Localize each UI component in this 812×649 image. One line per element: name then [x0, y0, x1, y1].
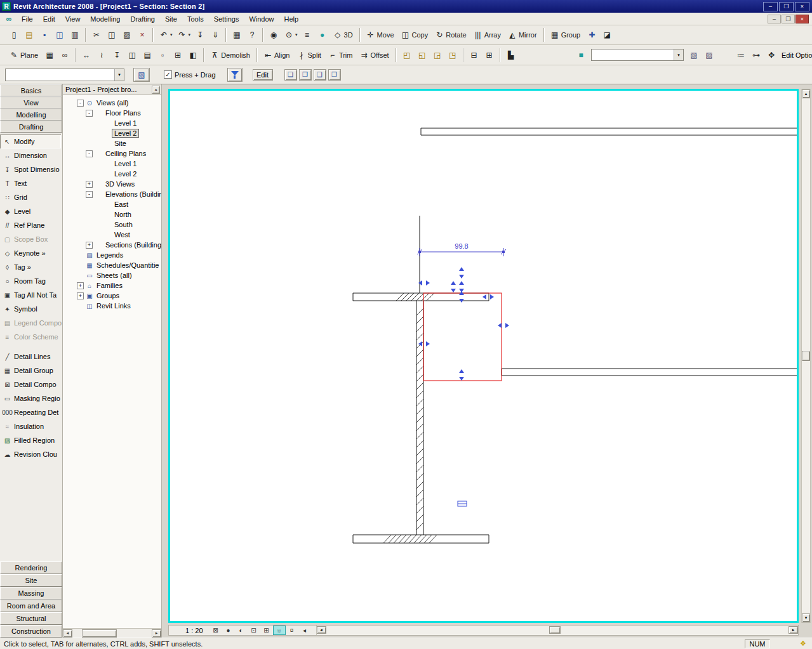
tree-expander[interactable]: - — [86, 150, 93, 157]
tree-expander[interactable]: - — [86, 110, 93, 117]
tree-families[interactable]: + ⌂ Families — [63, 280, 161, 291]
section-drawing[interactable]: 99.8 — [170, 91, 797, 621]
tree-views-all[interactable]: - ⊙ Views (all) — [63, 98, 161, 108]
tool-tag-all[interactable]: ▣ Tag All Not Ta — [0, 288, 62, 302]
tab-basics[interactable]: Basics — [0, 84, 62, 96]
tree-expander[interactable]: + — [77, 292, 84, 299]
duplicate-button[interactable]: ◫ — [125, 48, 139, 63]
spot-elevation-button[interactable]: ↧ — [110, 48, 124, 63]
tool-text[interactable]: T Text — [0, 176, 62, 190]
scrollbar-thumb[interactable] — [549, 626, 561, 634]
tree-expander[interactable]: + — [77, 282, 84, 289]
tool-grid[interactable]: ∷ Grid — [0, 190, 62, 204]
tab-rendering[interactable]: Rendering — [0, 561, 62, 574]
tree-ceiling-plans[interactable]: - Ceiling Plans — [63, 148, 161, 159]
design-options-toggle-button[interactable]: ■ — [574, 48, 588, 63]
window-cascade-button[interactable]: ◰ — [400, 48, 414, 63]
options-link-button[interactable]: ⊶ — [749, 48, 763, 63]
array-button[interactable]: ||| Array — [471, 27, 504, 43]
tree-revit-links[interactable]: ◫ Revit Links — [63, 301, 161, 311]
tool-tag[interactable]: ◊ Tag » — [0, 260, 62, 274]
type-selector-combo[interactable]: ▾ — [5, 69, 124, 81]
tool-detail-component[interactable]: ⊠ Detail Compo — [0, 377, 62, 391]
shaded-view-button[interactable]: ● — [316, 27, 329, 43]
tool-spot-dimension[interactable]: ↧ Spot Dimensio — [0, 162, 62, 176]
thin-lines-button[interactable]: ≡ — [300, 27, 314, 43]
chevron-down-icon[interactable]: ▾ — [114, 69, 124, 81]
properties-toggle-button[interactable]: ⊞ — [483, 48, 496, 63]
offset-button[interactable]: ⇉ Offset — [357, 48, 392, 63]
tree-ceiling-level-2[interactable]: Level 2 — [63, 169, 161, 179]
tab-construction[interactable]: Construction — [0, 625, 62, 638]
tree-3d-views[interactable]: + 3D Views — [63, 179, 161, 189]
options-tree-button[interactable]: ≔ — [734, 48, 748, 63]
redo-button[interactable]: ↷ ▾ — [175, 27, 192, 43]
tree-sheets[interactable]: ▭ Sheets (all) — [63, 270, 161, 280]
tab-modelling[interactable]: Modelling — [0, 108, 62, 121]
tree-east[interactable]: East — [63, 199, 161, 209]
scrollbar-thumb[interactable] — [82, 629, 117, 638]
canvas-horizontal-scrollbar[interactable]: ◂ ▸ — [316, 626, 798, 635]
menu-drafting[interactable]: Drafting — [125, 13, 160, 25]
menu-settings[interactable]: Settings — [209, 13, 244, 25]
stats-button[interactable]: ▙ — [504, 48, 518, 63]
menu-help[interactable]: Help — [279, 13, 304, 25]
filter-button[interactable] — [227, 68, 243, 82]
undo-button[interactable]: ↶ ▾ — [157, 27, 174, 43]
import-button[interactable]: ↧ — [193, 27, 207, 43]
tree-south[interactable]: South — [63, 220, 161, 230]
tool-detail-group[interactable]: ▦ Detail Group — [0, 364, 62, 377]
tab-structural[interactable]: Structural — [0, 612, 62, 625]
tool-dimension[interactable]: ↔ Dimension — [0, 148, 62, 162]
tool-symbol[interactable]: ✦ Symbol — [0, 302, 62, 316]
region-button[interactable]: ▫ — [156, 48, 170, 63]
edit-options-button[interactable]: Edit Options — [782, 51, 812, 59]
press-drag-checkbox[interactable]: ✓ — [164, 70, 172, 79]
toggle-pick-1[interactable]: ❏ — [284, 69, 297, 81]
mdi-minimize-button[interactable]: – — [768, 15, 781, 23]
tree-elevations[interactable]: - Elevations (Building — [63, 189, 161, 199]
tree-site[interactable]: Site — [63, 138, 161, 148]
window-arrange-button[interactable]: ◲ — [430, 48, 444, 63]
tool-modify[interactable]: ↖ Modify — [0, 134, 61, 148]
tree-ceiling-level-1[interactable]: Level 1 — [63, 159, 161, 169]
window-tile-button[interactable]: ◱ — [415, 48, 429, 63]
tool-color-scheme[interactable]: ≡ Color Scheme — [0, 330, 62, 344]
browser-toggle-button[interactable]: ⊟ — [467, 48, 481, 63]
link-button[interactable]: ◪ — [600, 27, 614, 43]
tab-room-and-area[interactable]: Room and Area — [0, 600, 62, 612]
drawing-canvas[interactable]: 99.8 — [168, 89, 799, 623]
tree-floor-level-2[interactable]: Level 2 — [63, 128, 161, 138]
menu-window[interactable]: Window — [244, 13, 279, 25]
delete-button[interactable]: × — [135, 27, 149, 43]
demolish-button[interactable]: ⊼ Demolish — [208, 48, 253, 63]
tool-room-tag[interactable]: ○ Room Tag — [0, 274, 62, 288]
rotate-button[interactable]: ↻ Rotate — [432, 27, 469, 43]
tab-view[interactable]: View — [0, 96, 62, 108]
context-help-button[interactable]: ? — [245, 27, 259, 43]
tree-expander[interactable]: - — [77, 100, 84, 107]
visibility-button[interactable]: ∞ — [58, 48, 72, 63]
crop-region-button[interactable]: ⊡ — [248, 626, 260, 635]
pin-button[interactable]: ✚ — [585, 27, 599, 43]
mirror-button[interactable]: ◭ Mirror — [505, 27, 540, 43]
tab-site[interactable]: Site — [0, 574, 62, 587]
tool-masking-region[interactable]: ▭ Masking Regio — [0, 391, 62, 405]
default-3d-button[interactable]: ◇ 3D — [331, 27, 356, 43]
tree-schedules[interactable]: ▦ Schedules/Quantitie — [63, 260, 161, 270]
tree-legends[interactable]: ▤ Legends — [63, 250, 161, 260]
tree-west[interactable]: West — [63, 230, 161, 240]
add-box-button[interactable]: ⊞ — [171, 48, 185, 63]
tab-drafting[interactable]: Drafting — [0, 121, 62, 133]
scale-button[interactable]: 1 : 20 — [169, 627, 210, 634]
close-button[interactable]: × — [795, 2, 809, 11]
split-button[interactable]: ∤ Split — [294, 48, 324, 63]
trim-button[interactable]: ⌐ Trim — [326, 48, 356, 63]
browser-horizontal-scrollbar[interactable]: ◂ ▸ — [63, 628, 161, 638]
tree-expander[interactable]: + — [86, 181, 93, 188]
copy-button[interactable]: ◫ — [105, 27, 119, 43]
group-button[interactable]: ▦ Group — [548, 27, 584, 43]
toggle-pick-3[interactable]: ❑ — [314, 69, 326, 81]
customize-button[interactable]: ▦ — [230, 27, 244, 43]
scroll-left-icon[interactable]: ◂ — [317, 626, 326, 634]
